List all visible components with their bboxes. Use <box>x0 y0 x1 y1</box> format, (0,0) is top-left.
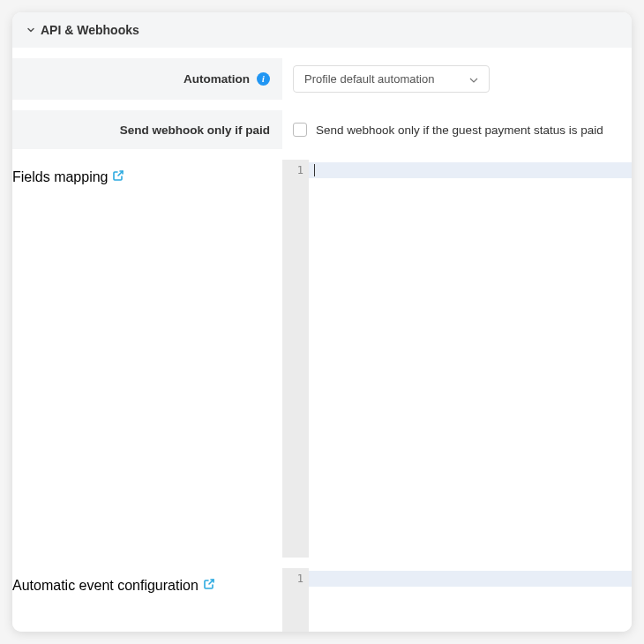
fields-mapping-editor[interactable]: 1 <box>282 160 632 558</box>
webhook-paid-description: Send webhook only if the guest payment s… <box>316 124 603 137</box>
webhook-paid-label: Send webhook only if paid <box>120 124 270 137</box>
info-icon[interactable]: i <box>257 72 270 86</box>
chevron-down-icon <box>26 26 35 34</box>
active-line-highlight <box>309 571 632 587</box>
fields-mapping-label-col: Fields mapping <box>12 160 282 193</box>
line-number: 1 <box>282 162 303 178</box>
editor-gutter: 1 <box>282 160 309 558</box>
auto-event-config-label: Automatic event configuration <box>12 578 198 593</box>
fields-mapping-row: Fields mapping 1 <box>12 160 632 558</box>
fields-mapping-label: Fields mapping <box>12 169 109 184</box>
auto-event-config-row: Automatic event configuration 1 <box>12 568 632 632</box>
editor-code-area[interactable] <box>309 160 632 558</box>
auto-event-config-label-col: Automatic event configuration <box>12 568 282 602</box>
section-body: Automation i Profile default automation … <box>12 48 632 632</box>
automation-select[interactable]: Profile default automation <box>293 65 490 93</box>
editor-cursor <box>314 164 315 176</box>
automation-selected-value: Profile default automation <box>304 72 434 86</box>
caret-down-icon <box>469 72 478 86</box>
webhook-paid-row: Send webhook only if paid Send webhook o… <box>12 110 632 149</box>
webhook-paid-label-col: Send webhook only if paid <box>12 110 282 149</box>
external-link-icon[interactable] <box>202 577 215 590</box>
automation-row: Automation i Profile default automation <box>12 58 632 100</box>
editor-code-area[interactable] <box>309 568 632 632</box>
automation-label-col: Automation i <box>12 58 282 100</box>
auto-event-config-editor[interactable]: 1 <box>282 568 632 632</box>
line-number: 1 <box>282 571 303 587</box>
active-line-highlight <box>309 162 632 178</box>
editor-gutter: 1 <box>282 568 309 632</box>
api-webhooks-panel: API & Webhooks Automation i Profile defa… <box>12 12 632 632</box>
section-header[interactable]: API & Webhooks <box>12 12 632 48</box>
automation-label: Automation <box>183 72 250 86</box>
section-title: API & Webhooks <box>41 23 139 37</box>
external-link-icon[interactable] <box>112 168 125 182</box>
webhook-paid-checkbox[interactable] <box>293 123 307 137</box>
